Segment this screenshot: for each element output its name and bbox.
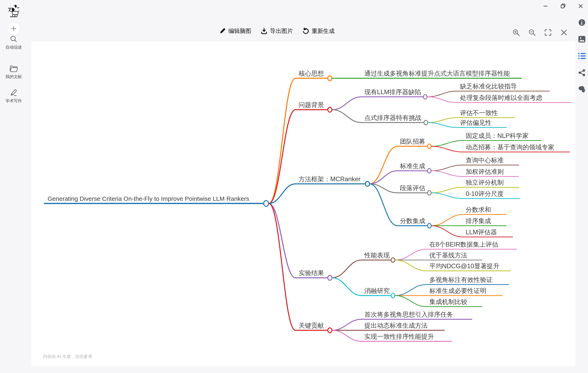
outline-list-button[interactable] bbox=[578, 52, 586, 60]
mindmap-node-label: 关键贡献 bbox=[299, 322, 324, 329]
mindmap-node-label: 处理复杂段落时难以全面考虑 bbox=[460, 94, 542, 101]
sidebar-item-label: 学术写作 bbox=[6, 98, 22, 104]
new-document-button[interactable] bbox=[7, 22, 20, 35]
mindmap-node-label: 动态招募：基于查询的领域专家 bbox=[466, 144, 554, 151]
image-button[interactable] bbox=[578, 35, 586, 43]
sidebar-item-label: 自动综述 bbox=[6, 44, 22, 50]
pencil-icon bbox=[10, 89, 18, 96]
zoom-out-button[interactable] bbox=[528, 28, 536, 37]
mindmap-node-label: 消融研究 bbox=[364, 287, 390, 294]
mindmap-node-label: 团队招募 bbox=[400, 138, 425, 145]
restore-button[interactable] bbox=[559, 2, 567, 10]
mindmap-node-label: 查询中心标准 bbox=[466, 157, 504, 164]
export-image-button[interactable]: 导出图片 bbox=[261, 27, 293, 35]
mindmap-node-label: 标准生成 bbox=[400, 162, 425, 170]
mindmap-node-label: 通过生成多视角标准提升点式大语言模型排序器性能 bbox=[364, 70, 510, 77]
info-button[interactable] bbox=[578, 18, 586, 27]
right-sidebar bbox=[576, 18, 588, 94]
mindmap-node-label: 缺乏标准化比较指导 bbox=[460, 83, 517, 90]
mindmap-node-label: 加权评估准则 bbox=[466, 168, 504, 175]
view-toolbar bbox=[512, 28, 568, 37]
chat-icon bbox=[578, 86, 586, 93]
mindmap-node-label: 标准生成必要性证明 bbox=[429, 287, 486, 294]
zoom-out-icon bbox=[528, 28, 536, 37]
sidebar-item-label: 我的文献 bbox=[6, 74, 22, 79]
mindmap-node-label: 优于基线方法 bbox=[429, 252, 467, 259]
pencil-icon bbox=[219, 28, 226, 34]
edit-mindmap-button[interactable]: 编辑脑图 bbox=[219, 27, 251, 35]
fullscreen-button[interactable] bbox=[544, 28, 552, 37]
mindmap-node-label: 分数集成 bbox=[400, 217, 425, 224]
restore-icon bbox=[560, 3, 566, 9]
refresh-icon bbox=[302, 28, 309, 34]
mindmap[interactable]: Generating Diverse Criteria On-the-Fly t… bbox=[32, 42, 576, 366]
sidebar-item-academic-writing[interactable]: 学术写作 bbox=[0, 89, 27, 104]
dog-logo-icon bbox=[8, 4, 20, 17]
mindmap-node-label: 多视角标注有效性验证 bbox=[429, 276, 493, 283]
mindmap-node-label: 性能表现 bbox=[364, 252, 390, 259]
mindmap-node-label: 现有LLM排序器缺陷 bbox=[364, 88, 421, 96]
chat-button[interactable] bbox=[578, 85, 586, 94]
mindmap-node-label: 分数求和 bbox=[466, 206, 491, 213]
regenerate-button[interactable]: 重新生成 bbox=[302, 27, 335, 35]
app-logo[interactable] bbox=[8, 4, 20, 17]
edit-mindmap-label: 编辑脑图 bbox=[228, 27, 251, 35]
mindmap-node-label: 问题背景 bbox=[299, 101, 324, 108]
folder-icon bbox=[10, 65, 18, 72]
mindmap-node-label: 段落评估 bbox=[400, 184, 425, 192]
mindmap-node-label: 独立评分机制 bbox=[466, 179, 504, 186]
mindmap-node-label: 评估不一致性 bbox=[460, 109, 498, 117]
plus-icon bbox=[10, 25, 17, 32]
mindmap-node-label: 实现一致性排序性能提升 bbox=[364, 333, 434, 340]
zoom-in-icon bbox=[512, 28, 520, 37]
mindmap-toolbar: 编辑脑图 导出图片 重新生成 bbox=[219, 27, 335, 35]
info-icon bbox=[578, 19, 586, 26]
search-icon bbox=[10, 35, 18, 43]
left-sidebar: 自动综述 我的文献 学术写作 bbox=[0, 0, 27, 373]
close-icon bbox=[578, 3, 584, 9]
mindmap-node-label: 0-10评分尺度 bbox=[466, 190, 504, 197]
image-icon bbox=[578, 36, 586, 43]
sidebar-item-my-papers[interactable]: 我的文献 bbox=[0, 65, 27, 79]
zoom-in-button[interactable] bbox=[512, 28, 520, 37]
regenerate-label: 重新生成 bbox=[312, 27, 335, 35]
mindmap-node-label: 平均NDCG@10显著提升 bbox=[429, 263, 499, 270]
mindmap-node-label: LLM评估器 bbox=[466, 229, 497, 236]
fullscreen-icon bbox=[544, 28, 552, 37]
close-window-button[interactable] bbox=[577, 2, 584, 10]
mindmap-node-label: 点式排序器特有挑战 bbox=[364, 114, 421, 121]
mindmap-node-label: 集成机制比较 bbox=[429, 298, 467, 305]
list-icon bbox=[578, 53, 586, 59]
mindmap-node-label: 首次将多视角思想引入排序任务 bbox=[364, 311, 453, 318]
minimize-icon bbox=[543, 3, 548, 9]
mindmap-node-label: 实验结果 bbox=[299, 269, 324, 277]
share-icon bbox=[578, 69, 586, 76]
mindmap-node-label: Generating Diverse Criteria On-the-Fly t… bbox=[48, 195, 249, 202]
mindmap-node-label: 排序集成 bbox=[466, 217, 491, 224]
ai-disclaimer: 内容由 AI 生成，仅供参考 bbox=[43, 354, 92, 359]
close-mindmap-button[interactable] bbox=[560, 28, 568, 37]
window-controls bbox=[542, 2, 584, 10]
mindmap-node-label: 在8个BEIR数据集上评估 bbox=[429, 241, 498, 248]
mindmap-node-label: 评估偏见性 bbox=[460, 119, 492, 126]
mindmap-node-label: 提出动态标准生成方法 bbox=[364, 322, 428, 329]
download-icon bbox=[261, 28, 268, 34]
mindmap-node-label: 方法框架：MCRanker bbox=[299, 175, 360, 183]
minimize-button[interactable] bbox=[542, 2, 549, 10]
mindmap-node-label: 固定成员：NLP科学家 bbox=[466, 132, 529, 139]
share-button[interactable] bbox=[578, 69, 586, 77]
sidebar-item-auto-review[interactable]: 自动综述 bbox=[0, 35, 27, 50]
export-image-label: 导出图片 bbox=[270, 27, 293, 35]
mindmap-node-label: 核心思想 bbox=[299, 70, 324, 77]
mindmap-canvas[interactable]: Generating Diverse Criteria On-the-Fly t… bbox=[32, 42, 576, 366]
close-icon bbox=[560, 28, 568, 37]
